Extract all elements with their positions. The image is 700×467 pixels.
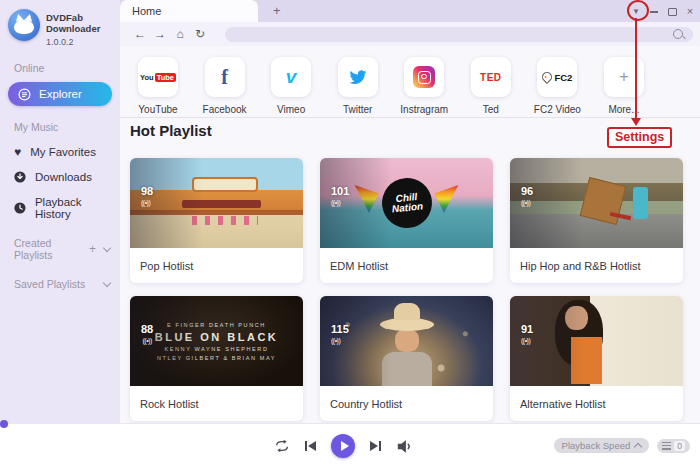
sidebar-section-my-music: My Music xyxy=(14,121,120,133)
playlist-overlay: 115 ((•)) xyxy=(331,323,349,344)
tab-bar: Home + ▾ × xyxy=(120,0,700,22)
chill-nation-logo: ChillNation xyxy=(379,176,434,231)
ted-wordmark: TED xyxy=(480,72,502,83)
minimize-icon xyxy=(650,11,658,13)
site-vimeo[interactable]: v Vimeo xyxy=(263,57,319,118)
playlist-title: Alternative Hotlist xyxy=(510,386,683,421)
sidebar-item-label: Downloads xyxy=(35,171,92,183)
playlist-card-hiphop[interactable]: 96 ((•)) Hip Hop and R&B Hotlist xyxy=(510,158,683,283)
art-text: BLUE ON BLACK xyxy=(155,331,279,343)
new-tab-button[interactable]: + xyxy=(273,3,281,19)
art-text: E FINGER DEATH PUNCH xyxy=(167,322,266,328)
site-instagram[interactable]: Instragram xyxy=(396,57,452,118)
playlist-title: EDM Hotlist xyxy=(320,248,493,283)
queue-button[interactable]: 0 xyxy=(657,439,690,453)
track-count: 91 xyxy=(521,323,533,335)
playlist-thumbnail: E FINGER DEATH PUNCH BLUE ON BLACK KENNY… xyxy=(130,296,303,386)
facebook-icon: f xyxy=(205,57,245,97)
download-icon xyxy=(14,171,26,183)
playlist-thumbnail: 96 ((•)) xyxy=(510,158,683,248)
youtube-icon: YouTube xyxy=(138,57,178,97)
sidebar-item-explorer[interactable]: Explorer xyxy=(8,82,112,106)
app-version: 1.0.0.2 xyxy=(46,37,114,47)
sidebar-item-playback-history[interactable]: Playback History xyxy=(14,196,120,220)
back-icon[interactable]: ← xyxy=(130,27,150,41)
chevron-down-icon[interactable] xyxy=(103,244,111,252)
playlist-grid: 98 ((•)) Pop Hotlist ChillNation 101 ((•… xyxy=(130,158,683,421)
volume-icon[interactable] xyxy=(396,439,414,454)
playlist-title: Country Hotlist xyxy=(320,386,493,421)
sidebar-item-downloads[interactable]: Downloads xyxy=(14,171,120,183)
sidebar-item-my-favorites[interactable]: ♥ My Favorites xyxy=(14,146,120,158)
tab-home[interactable]: Home xyxy=(120,0,258,22)
playlist-card-rock[interactable]: E FINGER DEATH PUNCH BLUE ON BLACK KENNY… xyxy=(130,296,303,421)
sidebar-item-label: My Favorites xyxy=(30,146,96,158)
playlist-card-edm[interactable]: ChillNation 101 ((•)) EDM Hotlist xyxy=(320,158,493,283)
live-icon: ((•)) xyxy=(521,199,533,206)
repeat-icon[interactable] xyxy=(274,439,290,453)
playlist-overlay: 101 ((•)) xyxy=(331,185,349,206)
site-label: Vimeo xyxy=(263,104,319,115)
sidebar-group-saved-playlists[interactable]: Saved Playlists xyxy=(14,278,110,290)
play-button[interactable] xyxy=(331,434,355,458)
app-window: DVDFab Downloader 1.0.0.2 Online Explore… xyxy=(0,0,700,467)
section-divider xyxy=(120,117,700,118)
playlist-overlay: 91 ((•)) xyxy=(521,323,533,344)
playlist-overlay: 98 ((•)) xyxy=(141,185,153,206)
playlist-overlay: 96 ((•)) xyxy=(521,185,533,206)
maximize-icon xyxy=(668,8,677,16)
art-text: KENNY WAYNE SHEPHERD xyxy=(164,346,268,352)
play-icon xyxy=(341,441,349,451)
playlist-card-country[interactable]: 115 ((•)) Country Hotlist xyxy=(320,296,493,421)
sidebar-group-created-playlists[interactable]: Created Playlists + xyxy=(14,237,110,261)
app-title-block: DVDFab Downloader 1.0.0.2 xyxy=(46,9,114,47)
chevron-down-icon[interactable] xyxy=(103,279,111,287)
facebook-letter: f xyxy=(221,66,228,89)
playback-speed-label: Playback Speed xyxy=(562,440,631,451)
seek-handle[interactable] xyxy=(0,420,8,428)
player-bar: Playback Speed 0 xyxy=(0,423,700,467)
saved-playlists-label: Saved Playlists xyxy=(14,278,104,290)
annotation-circle xyxy=(627,0,649,21)
site-youtube[interactable]: YouTube YouTube xyxy=(130,57,186,118)
playlist-thumbnail: 98 ((•)) xyxy=(130,158,303,248)
home-icon[interactable]: ⌂ xyxy=(170,27,190,41)
track-count: 115 xyxy=(331,323,349,335)
forward-icon[interactable]: → xyxy=(150,27,170,41)
site-twitter[interactable]: Twitter xyxy=(330,57,386,118)
site-label: YouTube xyxy=(130,104,186,115)
sidebar-item-label: Playback History xyxy=(35,196,120,220)
address-bar[interactable] xyxy=(225,27,693,42)
site-facebook[interactable]: f Facebook xyxy=(197,57,253,118)
explorer-icon xyxy=(18,88,31,101)
playlist-thumbnail: ChillNation 101 ((•)) xyxy=(320,158,493,248)
previous-button[interactable] xyxy=(305,441,316,451)
playlist-card-alternative[interactable]: 91 ((•)) Alternative Hotlist xyxy=(510,296,683,421)
annotation-arrowhead xyxy=(631,118,641,126)
logo-face xyxy=(14,20,34,34)
live-icon: ((•)) xyxy=(331,337,349,344)
next-button[interactable] xyxy=(370,441,381,451)
track-count: 101 xyxy=(331,185,349,197)
track-count: 88 xyxy=(141,323,153,335)
annotation-settings-label: Settings xyxy=(607,127,672,148)
close-button[interactable]: × xyxy=(684,0,696,22)
track-count: 96 xyxy=(521,185,533,197)
site-ted[interactable]: TED Ted xyxy=(463,57,519,118)
explorer-label: Explorer xyxy=(39,88,82,100)
site-fc2[interactable]: FC2 FC2 Video xyxy=(529,57,585,118)
playback-speed-button[interactable]: Playback Speed xyxy=(554,438,650,453)
site-label: FC2 Video xyxy=(529,104,585,115)
clock-icon xyxy=(14,202,26,214)
site-label: Twitter xyxy=(330,104,386,115)
browser-toolbar: ← → ⌂ ↻ xyxy=(120,22,700,46)
search-icon[interactable] xyxy=(673,29,683,39)
refresh-icon[interactable]: ↻ xyxy=(190,27,210,41)
maximize-button[interactable] xyxy=(666,0,678,22)
add-playlist-icon[interactable]: + xyxy=(89,242,96,256)
minimize-button[interactable] xyxy=(648,0,660,22)
playlist-card-pop[interactable]: 98 ((•)) Pop Hotlist xyxy=(130,158,303,283)
site-more[interactable]: + More... xyxy=(596,57,652,118)
live-icon: ((•)) xyxy=(331,199,349,206)
playlist-thumbnail: 115 ((•)) xyxy=(320,296,493,386)
